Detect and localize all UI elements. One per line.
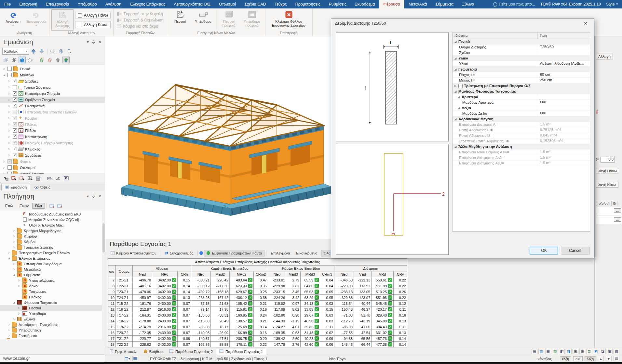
tree-checkbox[interactable]: [7, 159, 12, 163]
column-header[interactable]: VEd: [354, 271, 372, 277]
toolbar-mini-icon[interactable]: ▥: [538, 349, 544, 354]
window-tab[interactable]: Εμφ. Αποτελ.: [106, 348, 140, 355]
tree-item[interactable]: ▷Κτηρίου: [0, 233, 105, 239]
level-up-button[interactable]: [30, 48, 37, 55]
select-grid-icon[interactable]: [27, 175, 34, 182]
toolbar-mini-icon[interactable]: ◨: [566, 349, 572, 354]
tree-item[interactable]: ◢Μοντέλο: [0, 72, 105, 78]
expander-icon[interactable]: ▷: [8, 98, 11, 101]
collapse-chevron-icon[interactable]: ▾: [87, 40, 89, 44]
expander-icon[interactable]: ▷: [18, 284, 21, 287]
property-row[interactable]: ◢Άλλα Μεγέθη για την Ανάλυση: [453, 144, 590, 150]
tree-checkbox[interactable]: [7, 73, 12, 77]
select-add-icon[interactable]: [2, 175, 9, 182]
expander-icon[interactable]: ◢: [12, 301, 16, 304]
tree-item[interactable]: ▷Αποτελέσματα: [0, 171, 105, 174]
change-bottom-partial-button[interactable]: λαγή Κάτω: [596, 182, 618, 188]
toolbar-mini-icon[interactable]: ▧: [552, 349, 558, 354]
property-row[interactable]: ▷Τρίστρωτη με Εσωτερικό Πυρήνα Ο/Σ: [453, 83, 590, 89]
angle-toggle-icon[interactable]: ψ: [54, 175, 61, 182]
column-header[interactable]: NRd: [152, 271, 178, 277]
expander-icon[interactable]: ◢: [3, 73, 6, 76]
hidden-line-view-icon[interactable]: [10, 57, 18, 63]
tree-checkbox[interactable]: [13, 79, 17, 83]
expander-icon[interactable]: ▷: [12, 246, 16, 249]
group-header[interactable]: Διάτμηση: [334, 266, 407, 271]
tree-item[interactable]: ▷Τοπικό Σύστημα: [0, 84, 105, 90]
property-row[interactable]: Επιφάνεια Διάτμησης As2=1.5 m²: [453, 155, 590, 161]
close-entry-sheet-button[interactable]: Κλείσιμο Φύλλου Εισαγωγής Στοιχείων: [267, 9, 310, 31]
zoom-rotate-icon[interactable]: [66, 48, 73, 55]
toolbar-mini-icon[interactable]: ◪: [600, 349, 606, 354]
filter-selected[interactable]: Επιλ: [2, 203, 16, 209]
level-down-button[interactable]: [38, 48, 45, 55]
tree-item[interactable]: ▷Πλασματικά: [0, 103, 105, 109]
stitch-foundation-button[interactable]: Συρραφή & Θεμελίωση: [117, 18, 164, 22]
expander-icon[interactable]: ◢: [454, 90, 457, 93]
dialog-title-bar[interactable]: Δεδομένα Διατομής T250/60 ✕: [331, 19, 594, 28]
workspace-2-icon[interactable]: 2: [56, 202, 63, 209]
menu-item-τεύχος[interactable]: Τεύχος: [270, 0, 291, 8]
property-row[interactable]: Σχόλιο: [453, 50, 590, 56]
filter-all[interactable]: Όλα: [32, 203, 45, 209]
snap-toggle[interactable]: έλξη: [560, 356, 571, 361]
dxf-toggle[interactable]: dxf: [573, 356, 583, 361]
expander-icon[interactable]: ◢: [454, 57, 457, 60]
tree-item[interactable]: ▷Αποτίμηση - Ενισχύσεις: [0, 322, 105, 327]
insert-piers-button[interactable]: Πεσσοί: [169, 9, 191, 31]
ok-button[interactable]: ΟΚ: [530, 247, 558, 254]
property-row[interactable]: Πάχος t =60 cm: [453, 72, 590, 78]
toolbar-mini-icon[interactable]: ▤: [532, 349, 537, 354]
expander-icon[interactable]: ▷: [8, 86, 11, 89]
expander-icon[interactable]: ▷: [12, 318, 16, 320]
property-row[interactable]: ◢Αριστερά: [453, 94, 590, 100]
expander-icon[interactable]: ▷: [7, 334, 10, 337]
menu-item-λειτουργικότητα-ο-σ[interactable]: Λειτουργικότητα Ο/Σ: [169, 0, 215, 8]
expander-icon[interactable]: ▷: [12, 262, 16, 265]
expander-icon[interactable]: ◢: [454, 68, 457, 71]
expander-icon[interactable]: ▷: [8, 135, 11, 138]
tree-item[interactable]: ▷Πεπερασμένα Στοιχεία Πλακών: [0, 109, 105, 115]
column-header[interactable]: CRn: [178, 271, 191, 277]
toolbar-mini-icon[interactable]: ⊞: [573, 349, 578, 354]
expander-icon[interactable]: ▷: [7, 323, 10, 326]
zoom-in-icon[interactable]: ▲: [598, 356, 604, 361]
value-input[interactable]: 0.0: [601, 157, 615, 162]
result-row[interactable]: 7T21-Σ1-496.703402.00✓0.15-300.21228.424…: [108, 277, 407, 283]
column-header[interactable]: MEd3: [286, 271, 301, 277]
tree-item[interactable]: ▷Δοκοί: [0, 283, 105, 289]
expander-icon[interactable]: ◢: [12, 273, 16, 276]
settings-gear-icon[interactable]: ⊡: [614, 356, 619, 361]
pan-icon[interactable]: [58, 48, 65, 55]
window-tab[interactable]: 2Παράθυρο Εργασίας 2: [166, 348, 216, 355]
navigation-scrollbar[interactable]: [102, 210, 105, 339]
menu-item-file[interactable]: File: [0, 0, 15, 8]
tree-item[interactable]: ▷Ξύλινα: [0, 316, 105, 322]
result-row[interactable]: 16T20-Σ2-172.352430.00✓0.07-140.95-26.99…: [108, 330, 407, 336]
expander-icon[interactable]: ▷: [8, 80, 11, 83]
close-panel-icon[interactable]: ✕: [98, 40, 101, 44]
menu-item-επεξεργασία[interactable]: Επεξεργασία: [41, 0, 73, 8]
tree-item[interactable]: Τοιχώματα: [0, 289, 105, 294]
close-panel-icon[interactable]: ✕: [98, 194, 101, 199]
column-header[interactable]: MRd3: [301, 271, 320, 277]
expander-icon[interactable]: ◢: [454, 40, 457, 43]
render-mode-1-icon[interactable]: [38, 57, 45, 63]
expander-icon[interactable]: ◢: [7, 257, 10, 260]
property-row[interactable]: ΥλικόΛαξευτή λιθοδομή (Ασβε...: [453, 61, 590, 67]
pin-icon[interactable]: [92, 195, 95, 198]
expander-icon[interactable]: ▷: [3, 67, 6, 70]
tree-checkbox[interactable]: [13, 135, 17, 139]
select-crossing-icon[interactable]: [19, 175, 26, 182]
dialog-close-icon[interactable]: ✕: [581, 20, 590, 27]
property-row[interactable]: ◢Υλικά: [453, 56, 590, 61]
column-header[interactable]: NEd: [268, 271, 286, 277]
insert-lintels-button[interactable]: Υπέρθυρα: [192, 9, 214, 31]
change-button-partial[interactable]: Αλλαγή: [596, 54, 613, 59]
tree-item[interactable]: ▷Πεπερασμένα Στοιχεία Πλακών: [0, 250, 105, 255]
always-show-graphs-toggle[interactable]: Εμφάνιση Γραφημάτων Πάντα: [204, 250, 264, 256]
stitch-head-button[interactable]: Συρραφή στην Κεφαλή: [117, 12, 164, 16]
workspace-1-icon[interactable]: 1: [48, 202, 56, 209]
filter-shown[interactable]: Εικον: [17, 203, 32, 209]
result-row[interactable]: 18T22-Σ2-228.623402.00✓0.07-102.8638.551…: [108, 342, 407, 347]
